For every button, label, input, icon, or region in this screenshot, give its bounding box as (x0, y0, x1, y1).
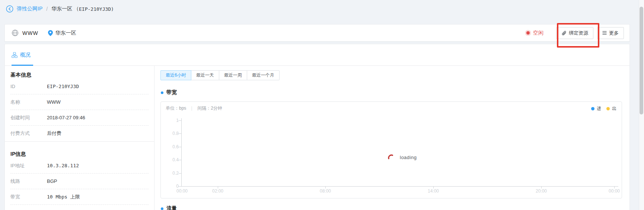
breadcrumb: 弹性公网IP / 华东一区 （ EIP-210YJ3D) (6, 4, 114, 14)
y-tick (178, 133, 181, 134)
bind-resource-button[interactable]: 绑定资源 (556, 27, 593, 39)
meta-separator: ｜ (189, 105, 194, 112)
bandwidth-chart-panel: 单位：bps ｜ 间隔：2分钟 进 出 1 0.8 0.6 0.4 0.2 0 (160, 101, 622, 198)
time-tab-1d[interactable]: 最近一天 (191, 70, 219, 80)
loading-spinner-icon (387, 154, 395, 161)
chart-loading: loading (387, 154, 417, 161)
vertical-scrollbar-thumb[interactable] (640, 7, 643, 114)
y-axis-label: 0.4 (164, 157, 179, 162)
breadcrumb-section-link[interactable]: 弹性公网IP (17, 6, 42, 12)
x-axis-label: 14:00 (424, 188, 442, 194)
resource-name: WWW (22, 30, 38, 36)
more-button[interactable]: 更多 (597, 27, 624, 39)
tab-bar: 概况 (5, 44, 629, 66)
info-row-id: ID EIP-210YJ3D (10, 79, 149, 94)
y-tick (178, 186, 181, 187)
y-tick (178, 120, 181, 121)
x-axis-label: 00:00 (605, 188, 623, 194)
y-axis-label: 0 (164, 184, 179, 189)
chart-legend: 进 出 (591, 106, 616, 112)
legend-out-dot-icon (606, 107, 610, 110)
chart-interval-label: 间隔：2分钟 (197, 105, 222, 112)
breadcrumb-current-region: 华东一区 （ (51, 6, 79, 12)
blue-dot-icon (161, 207, 163, 210)
status-badge: 空闲 (526, 30, 543, 36)
legend-in-dot-icon (591, 107, 594, 110)
org-chart-icon (12, 52, 17, 58)
info-row-name: 名称 WWW (10, 94, 149, 110)
bandwidth-section-header: 带宽 (161, 89, 177, 96)
time-tab-6h[interactable]: 最近6小时 (160, 70, 191, 80)
menu-lines-icon (602, 31, 607, 35)
info-row-line: 线路 BGP (10, 174, 149, 189)
y-axis-label: 1 (164, 118, 179, 123)
loading-text: loading (400, 155, 417, 160)
info-row-bandwidth: 带宽 10 Mbps 上限 (10, 189, 149, 205)
status-dot-icon (526, 31, 530, 35)
status-label: 空闲 (533, 30, 543, 36)
main-content-card: 概况 基本信息 ID EIP-210YJ3D 名称 WWW 创建时间 2018-… (4, 44, 630, 210)
x-axis-line (181, 186, 618, 187)
back-button[interactable]: 弹性公网IP (6, 5, 42, 13)
basic-info-section: 基本信息 ID EIP-210YJ3D 名称 WWW 创建时间 2018-07-… (5, 71, 154, 141)
x-axis-label: 20:00 (532, 188, 550, 194)
x-axis-label: 02:00 (209, 188, 227, 194)
y-tick (178, 160, 181, 160)
ip-info-title: IP信息 (10, 150, 149, 158)
globe-icon (12, 29, 19, 36)
info-panel: 基本信息 ID EIP-210YJ3D 名称 WWW 创建时间 2018-07-… (5, 66, 154, 210)
bandwidth-title: 带宽 (166, 89, 177, 96)
time-range-tabs: 最近6小时 最近一天 最近一周 最近一个月 (160, 70, 280, 80)
resource-region: 华东一区 (55, 30, 76, 36)
legend-out[interactable]: 出 (606, 106, 616, 112)
y-axis-label: 0.8 (164, 131, 179, 136)
more-label: 更多 (609, 30, 619, 36)
y-tick (178, 173, 181, 174)
location-pin-icon (48, 30, 53, 36)
breadcrumb-resource-id: EIP-210YJ3D) (79, 6, 114, 12)
tab-overview[interactable]: 概况 (12, 44, 31, 65)
info-row-billing: 付费方式 后付费 (10, 126, 149, 141)
time-tab-1w[interactable]: 最近一周 (219, 70, 247, 80)
traffic-title: 流量 (166, 205, 177, 210)
chart-meta: 单位：bps ｜ 间隔：2分钟 (166, 105, 222, 112)
y-tick (178, 147, 181, 147)
x-axis-label: 08:00 (316, 188, 334, 194)
info-row-icp: ICP备案 (10, 205, 149, 210)
chart-unit-label: 单位：bps (166, 105, 186, 112)
y-axis-line (181, 118, 182, 187)
bind-resource-label: 绑定资源 (569, 30, 588, 36)
basic-info-title: 基本信息 (10, 71, 149, 79)
resource-header-bar: WWW 华东一区 空闲 绑定资源 更多 (4, 24, 630, 42)
ip-info-section: IP信息 IP地址 10.3.28.112 线路 BGP 带宽 10 Mbps … (5, 141, 154, 210)
info-row-created: 创建时间 2018-07-27 09:46 (10, 110, 149, 126)
traffic-section-header: 流量 (161, 205, 177, 210)
y-axis-label: 0.2 (164, 171, 179, 176)
paperclip-icon (561, 30, 567, 36)
tab-overview-label: 概况 (20, 52, 31, 58)
y-axis-label: 0.6 (164, 144, 179, 149)
blue-dot-icon (161, 91, 163, 94)
circle-chevron-left-icon (6, 5, 13, 13)
legend-in[interactable]: 进 (591, 106, 601, 112)
breadcrumb-separator: / (46, 6, 48, 12)
bandwidth-limit-label: 上限 (70, 194, 80, 200)
x-axis-label: 00:00 (173, 188, 191, 194)
time-tab-1m[interactable]: 最近一个月 (247, 70, 280, 80)
info-row-ip: IP地址 10.3.28.112 (10, 158, 149, 174)
